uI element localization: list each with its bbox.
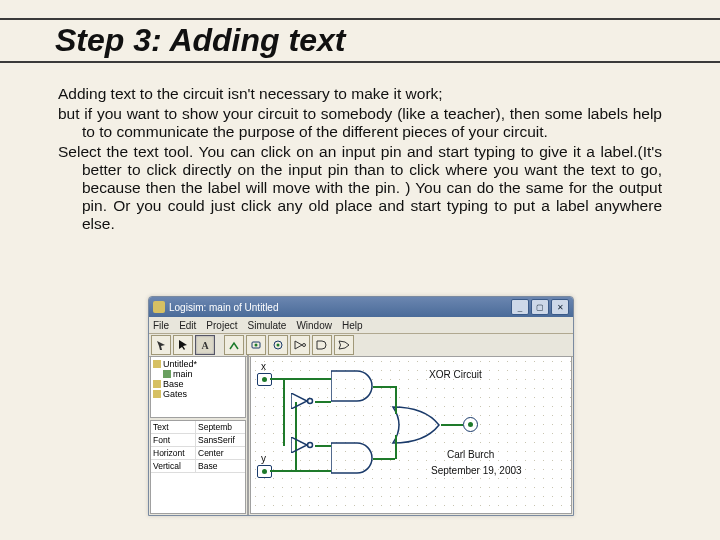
prop-key: Vertical [151,460,196,472]
not-gate[interactable] [291,393,315,409]
and-gate-tool[interactable] [312,335,332,355]
menu-help[interactable]: Help [342,320,363,331]
prop-val[interactable]: Center [196,447,245,459]
minimize-button[interactable]: _ [511,299,529,315]
properties-table[interactable]: TextSeptemb FontSansSerif HorizontCenter… [150,420,246,514]
svg-point-3 [255,344,258,347]
svg-point-7 [303,344,306,347]
close-button[interactable]: ✕ [551,299,569,315]
body-p1: Adding text to the circuit isn't necessa… [58,85,662,103]
text-tool[interactable]: A [195,335,215,355]
input-pin-x[interactable] [257,373,272,386]
poke-tool[interactable] [151,335,171,355]
svg-point-5 [277,344,280,347]
canvas-label-author[interactable]: Carl Burch [447,449,494,460]
toolbar: A [149,334,573,357]
canvas-label-title[interactable]: XOR Circuit [429,369,482,380]
canvas-label-date[interactable]: September 19, 2003 [431,465,522,476]
prop-val[interactable]: Septemb [196,421,245,433]
wire-tool[interactable] [224,335,244,355]
output-pin[interactable] [463,417,478,432]
wire[interactable] [315,401,331,403]
not-gate[interactable] [291,437,315,453]
and-gate[interactable] [331,369,377,403]
wire[interactable] [270,378,306,380]
or-gate[interactable] [391,405,443,445]
select-tool[interactable] [173,335,193,355]
tree-root[interactable]: Untitled* [163,359,197,369]
slide-title: Step 3: Adding text [0,22,720,59]
pin-label-y[interactable]: y [261,453,266,464]
svg-point-11 [308,443,313,448]
svg-marker-6 [295,341,302,349]
tree-main[interactable]: main [173,369,193,379]
wire[interactable] [395,435,397,459]
pin-label-x[interactable]: x [261,361,266,372]
wire[interactable] [315,445,331,447]
not-gate-tool[interactable] [290,335,310,355]
menu-edit[interactable]: Edit [179,320,196,331]
input-pin-y[interactable] [257,465,272,478]
window-titlebar[interactable]: Logisim: main of Untitled _ ▢ ✕ [149,297,573,317]
svg-marker-0 [157,341,165,350]
wire[interactable] [373,386,395,388]
app-icon [153,301,165,313]
or-gate-tool[interactable] [334,335,354,355]
explorer-tree[interactable]: Untitled* main Base Gates [150,356,246,418]
body-p2: but if you want to show your circuit to … [58,105,662,141]
svg-marker-8 [291,393,307,409]
menubar: File Edit Project Simulate Window Help [149,317,573,334]
wire[interactable] [441,424,463,426]
wire[interactable] [270,470,306,472]
input-pin-tool[interactable] [246,335,266,355]
prop-val[interactable]: SansSerif [196,434,245,446]
wire[interactable] [283,378,285,446]
logisim-window: Logisim: main of Untitled _ ▢ ✕ File Edi… [148,296,574,516]
and-gate[interactable] [331,441,377,475]
circuit-canvas[interactable]: x y [250,356,572,514]
wire[interactable] [306,470,331,472]
svg-point-9 [308,399,313,404]
menu-simulate[interactable]: Simulate [247,320,286,331]
tree-gates[interactable]: Gates [163,389,187,399]
wire[interactable] [306,378,331,380]
menu-file[interactable]: File [153,320,169,331]
wire[interactable] [295,402,297,470]
prop-key: Horizont [151,447,196,459]
window-title-label: Logisim: main of Untitled [169,302,511,313]
body-p3: Select the text tool. You can click on a… [58,143,662,233]
prop-key: Font [151,434,196,446]
slide-body: Adding text to the circuit isn't necessa… [58,85,662,235]
svg-marker-10 [291,437,307,453]
menu-project[interactable]: Project [206,320,237,331]
prop-val[interactable]: Base [196,460,245,472]
left-panel: Untitled* main Base Gates TextSeptemb Fo… [149,355,249,515]
svg-marker-1 [179,340,187,350]
wire[interactable] [373,458,395,460]
output-pin-tool[interactable] [268,335,288,355]
tree-base[interactable]: Base [163,379,184,389]
menu-window[interactable]: Window [296,320,332,331]
wire[interactable] [395,386,397,414]
maximize-button[interactable]: ▢ [531,299,549,315]
slide-title-bar: Step 3: Adding text [0,18,720,63]
prop-key: Text [151,421,196,433]
